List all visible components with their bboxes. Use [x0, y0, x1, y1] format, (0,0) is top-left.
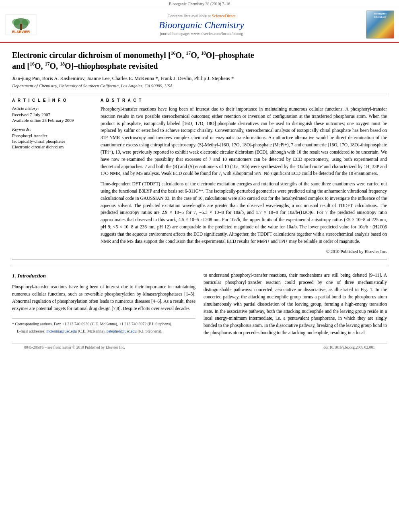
bottom-left-text: 0045-2068/$ – see front matter © 2010 Pu… [24, 345, 125, 349]
main-content: Electronic circular dichroism of monomet… [0, 43, 399, 358]
abstract-paragraph-2: Time-dependent DFT (TDDFT) calculations … [101, 181, 387, 245]
keywords-label: Keywords: [12, 127, 93, 131]
affiliation-line: Department of Chemistry, University of S… [12, 83, 387, 88]
section-1-title: 1. Introduction [12, 272, 195, 280]
title-line2-text-2: O, [35, 62, 45, 70]
contents-text: Contents lists available at [167, 14, 211, 18]
title-text-1: Electronic circular dichroism of monomet… [12, 51, 171, 60]
svg-rect-2 [20, 24, 22, 30]
article-info-column: A R T I C L E I N F O Article history: R… [12, 98, 93, 255]
section-title-text: Introduction [18, 273, 46, 279]
journal-header: ELSEVIER Contents lists available at Sci… [0, 7, 399, 43]
footnotes: * Corresponding authors. Fax: +1 213 740… [12, 318, 195, 334]
intro-paragraph-2: to understand phosphoryl-transfer reacti… [204, 272, 387, 336]
copyright-line: © 2010 Published by Elsevier Inc. [101, 248, 387, 255]
title-line2-text-4: O]–thiophosphate revisited [65, 62, 158, 70]
elsevier-logo: ELSEVIER [5, 14, 37, 36]
title-text-4: O]–phosphate [206, 51, 254, 60]
article-title: Electronic circular dichroism of monomet… [12, 50, 387, 72]
cover-label: Bioorganic Chemistry [367, 12, 393, 19]
title-line2-sup1: 16 [30, 61, 35, 67]
title-line2-sup2: 17 [45, 61, 49, 67]
email-2-name: (P.J. Stephens). [138, 329, 162, 333]
received-date: Received 7 July 2007 [12, 112, 93, 117]
section-number: 1. [12, 273, 16, 279]
contents-line: Contents lists available at ScienceDirec… [37, 14, 366, 18]
history-label: Article history: [12, 106, 93, 111]
email-1[interactable]: mckenna@usc.edu [46, 329, 77, 333]
title-line2-text-3: O, [49, 62, 60, 70]
keyword-2: Isotopically-chiral phosphates [12, 139, 93, 144]
keyword-3: Electronic circular dichroism [12, 144, 93, 149]
article-info-heading: A R T I C L E I N F O [12, 98, 93, 103]
authors-text: Jian-jung Pan, Boris A. Kashemirov, Joan… [12, 76, 234, 81]
authors-line: Jian-jung Pan, Boris A. Kashemirov, Joan… [12, 76, 387, 82]
body-divider [12, 266, 387, 266]
sciencedirect-link[interactable]: ScienceDirect [212, 14, 236, 18]
title-line2-text-1: and [ [12, 62, 30, 70]
intro-paragraph-1: Phosphoryl-transfer reactions have long … [12, 283, 195, 312]
journal-citation-text: Bioorganic Chemistry 38 (2010) 7–16 [169, 2, 230, 6]
svg-point-4 [22, 19, 30, 25]
title-text-2: O, [176, 51, 186, 60]
available-date: Available online 25 February 2009 [12, 118, 93, 123]
svg-point-3 [12, 19, 20, 25]
abstract-paragraph-1: Phosphoryl-transfer reactions have long … [101, 106, 387, 177]
title-sup1: 16 [171, 50, 176, 56]
journal-header-center: Contents lists available at ScienceDirec… [37, 14, 366, 36]
footnote-corresponding: * Corresponding authors. Fax: +1 213 740… [12, 321, 195, 327]
title-text-3: O, [191, 51, 201, 60]
abstract-text: Phosphoryl-transfer reactions have long … [101, 106, 387, 255]
body-col-right: to understand phosphoryl-transfer reacti… [204, 272, 387, 336]
footnote-email: E-mail addresses: mckenna@usc.edu (C.E. … [12, 328, 195, 334]
body-section: 1. Introduction Phosphoryl-transfer reac… [12, 272, 387, 336]
body-col-left: 1. Introduction Phosphoryl-transfer reac… [12, 272, 195, 336]
affiliation-text: Department of Chemistry, University of S… [12, 83, 173, 88]
abstract-heading: A B S T R A C T [101, 98, 387, 103]
journal-citation: Bioorganic Chemistry 38 (2010) 7–16 [0, 0, 399, 7]
email-label: E-mail addresses: [17, 329, 45, 333]
journal-cover-image: Bioorganic Chemistry [366, 10, 394, 39]
journal-homepage: journal homepage: www.elsevier.com/locat… [37, 31, 366, 36]
abstract-column: A B S T R A C T Phosphoryl-transfer reac… [101, 98, 387, 255]
title-line2-sup3: 18 [60, 61, 65, 67]
page: Bioorganic Chemistry 38 (2010) 7–16 ELSE… [0, 0, 399, 532]
keyword-1: Phosphoryl-transfer [12, 133, 93, 138]
bottom-bar: 0045-2068/$ – see front matter © 2010 Pu… [12, 343, 387, 351]
journal-title: Bioorganic Chemistry [37, 20, 366, 31]
email-2[interactable]: pstephen@usc.edu [107, 329, 137, 333]
info-abstract-section: A R T I C L E I N F O Article history: R… [12, 94, 387, 259]
title-sup3: 18 [201, 50, 206, 56]
svg-text:ELSEVIER: ELSEVIER [12, 30, 30, 34]
title-sup2: 17 [186, 50, 191, 56]
bottom-right-doi: doi:10.1016/j.bioorg.2009.02.001 [323, 345, 375, 349]
email-1-name: (C.E. McKenna), [78, 329, 105, 333]
